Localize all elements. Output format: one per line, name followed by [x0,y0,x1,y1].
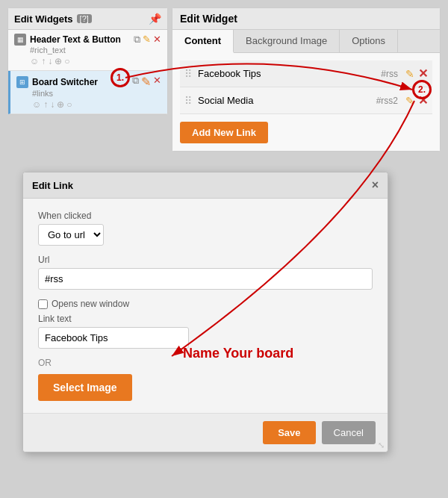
edit-link-dialog: Edit Link × When clicked Go to url Url O… [22,172,388,452]
when-clicked-group: When clicked Go to url [38,211,373,246]
sub-icon-3[interactable]: ↓ [48,56,52,66]
link-row-1: ⠿ Facebook Tips #rss ✎ ✕ [180,60,432,87]
opens-new-window-checkbox[interactable] [38,299,48,309]
copy-btn-header[interactable]: ⧉ [134,34,140,46]
url-group: Url [38,255,373,290]
dialog-header: Edit Link × [23,172,388,199]
url-input[interactable] [38,268,373,290]
link-name-2: Social Media [198,95,376,106]
widget-actions-header: ⧉ ✎ ✕ [134,34,161,46]
dialog-title: Edit Link [32,180,73,191]
link-tag-1: #rss [381,69,398,79]
link-text-label: Link text [38,314,373,324]
widget-icon-header: ▦ [14,34,26,46]
opens-new-window-label: Opens new window [52,299,129,309]
edit-widgets-panel: Edit Widgets [?] 📌 ▦ Header Text & Butto… [7,7,168,115]
link-row-2: ⠿ Social Media #rss2 ✎ ✕ [180,87,432,114]
link-edit-btn-1[interactable]: ✎ [405,68,414,80]
url-label: Url [38,255,373,265]
edit-widget-body: ⠿ Facebook Tips #rss ✎ ✕ ⠿ Social Media … [172,53,440,151]
link-text-input[interactable] [38,327,189,349]
save-button[interactable]: Save [263,421,315,444]
edit-widget-header: Edit Widget [172,8,440,30]
drag-handle-1[interactable]: ⠿ [184,68,192,80]
delete-btn-header[interactable]: ✕ [153,34,161,46]
edit-widgets-header-left: Edit Widgets [?] [14,13,92,25]
tab-content[interactable]: Content [172,30,234,53]
select-image-button[interactable]: Select Image [38,374,132,401]
link-tag-2: #rss2 [376,96,398,106]
sub-icon-5[interactable]: ○ [64,56,69,66]
widget-item-header: ▦ Header Text & Button ⧉ ✎ ✕ #rich_text … [8,30,167,71]
sub-icon-2[interactable]: ↑ [41,56,46,66]
board-sub-icon-3[interactable]: ↓ [50,99,55,110]
edit-btn-board[interactable]: ✎ [141,75,151,89]
widget-item-top-board: ⊞ Board Switcher ⧉ ✎ ✕ [16,75,161,89]
widget-sub-actions-header: ☺ ↑ ↓ ⊕ ○ [30,56,161,66]
name-your-board-annotation: Name Your board [183,346,293,361]
board-sub-icon-2[interactable]: ↑ [43,99,48,110]
widget-sub-actions-board: ☺ ↑ ↓ ⊕ ○ [32,99,161,110]
resize-handle[interactable]: ⤡ [378,441,385,450]
widget-icon-board: ⊞ [16,76,28,88]
link-edit-btn-2[interactable]: ✎ [405,95,414,107]
widget-item-board: ⊞ Board Switcher ⧉ ✎ ✕ #links ☺ ↑ ↓ ⊕ ○ [8,71,167,114]
edit-widgets-header: Edit Widgets [?] 📌 [8,8,167,30]
add-new-link-button[interactable]: Add New Link [180,122,268,143]
step-2-circle: 2. [412,80,432,99]
when-clicked-select[interactable]: Go to url [38,224,104,246]
edit-btn-header[interactable]: ✎ [143,34,151,46]
step-1-circle: 1. [111,68,130,87]
widget-actions-board: ⧉ ✎ ✕ [132,75,161,89]
board-sub-icon-1[interactable]: ☺ [32,99,41,110]
widget-tag-board: #links [32,89,161,98]
link-name-1: Facebook Tips [198,68,381,79]
edit-widget-tabs: Content Background Image Options [172,30,440,53]
dialog-body: When clicked Go to url Url Opens new win… [23,199,388,413]
drag-handle-2[interactable]: ⠿ [184,95,192,107]
help-badge[interactable]: [?] [77,14,92,23]
link-text-group: Link text [38,314,373,349]
edit-widget-panel: Edit Widget Content Background Image Opt… [172,7,441,152]
delete-btn-board[interactable]: ✕ [153,75,161,89]
widget-name-header: Header Text & Button [30,34,130,45]
opens-new-window-row: Opens new window [38,299,373,309]
cancel-button[interactable]: Cancel [322,421,376,444]
sub-icon-4[interactable]: ⊕ [55,56,62,66]
sub-icon-1[interactable]: ☺ [30,56,39,66]
tab-options[interactable]: Options [340,30,398,52]
copy-btn-board[interactable]: ⧉ [132,75,139,89]
when-clicked-label: When clicked [38,211,373,221]
pin-icon[interactable]: 📌 [149,13,161,25]
widget-item-top: ▦ Header Text & Button ⧉ ✎ ✕ [14,34,161,46]
edit-widgets-title: Edit Widgets [14,13,73,25]
link-delete-btn-1[interactable]: ✕ [418,66,428,81]
board-sub-icon-4[interactable]: ⊕ [57,99,64,110]
tab-background-image[interactable]: Background Image [234,30,340,52]
board-sub-icon-5[interactable]: ○ [66,99,72,110]
dialog-footer: Save Cancel [23,413,388,452]
dialog-close-button[interactable]: × [372,178,379,192]
widget-tag-header: #rich_text [30,46,161,55]
